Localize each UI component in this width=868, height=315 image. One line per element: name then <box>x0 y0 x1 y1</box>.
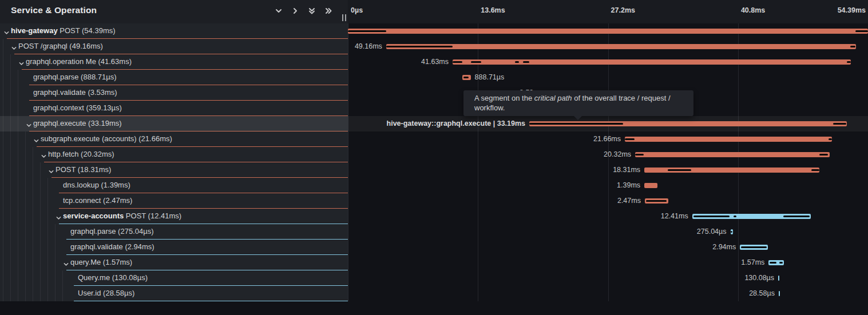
span-duration-label: 41.63ms <box>421 57 449 67</box>
gridline <box>348 0 348 301</box>
critical-path-segment[interactable] <box>829 138 832 140</box>
critical-path-segment[interactable] <box>471 61 481 63</box>
chevron-down-icon <box>275 7 283 17</box>
span-bar-query-me-field[interactable] <box>778 276 779 281</box>
ruler-tick: 40.8ms <box>741 6 765 14</box>
ruler-tick: 0µs <box>351 6 363 14</box>
collapse-one-button[interactable] <box>272 5 285 18</box>
span-duration-label: 49.16ms <box>355 41 382 52</box>
span-bar-subgraph-execute-accounts[interactable] <box>625 137 832 142</box>
span-bar-post-graphql[interactable] <box>386 44 857 49</box>
critical-path-segment[interactable] <box>348 30 386 32</box>
critical-path-segment[interactable] <box>386 46 453 47</box>
critical-path-segment[interactable] <box>693 216 730 217</box>
panel-resize-handle[interactable] <box>341 14 347 21</box>
trace-timeline-view: hive-gateway POST (54.39ms)POST /graphql… <box>0 0 868 315</box>
critical-path-segment[interactable] <box>635 154 644 155</box>
timeline-panel: 49.16ms41.63ms888.71µs3.53ms359.13µshive… <box>0 23 868 301</box>
critical-path-segment[interactable] <box>855 30 868 32</box>
span-bar-user-id[interactable] <box>779 291 780 296</box>
ruler-tick: 13.6ms <box>481 6 505 14</box>
span-duration-label: 888.71µs <box>475 72 505 83</box>
collapse-all-button[interactable] <box>306 5 318 18</box>
critical-path-segment[interactable] <box>783 216 810 217</box>
critical-path-segment[interactable] <box>734 216 737 217</box>
critical-path-segment[interactable] <box>850 46 855 47</box>
span-duration-label: 2.94ms <box>712 242 736 253</box>
critical-path-segment[interactable] <box>668 169 691 171</box>
double-chevron-right-icon <box>324 7 332 17</box>
span-bar-http-fetch[interactable] <box>635 152 830 157</box>
critical-path-segment[interactable] <box>515 61 518 63</box>
span-duration-label: 28.58µs <box>749 288 775 299</box>
critical-path-tooltip: A segment on the critical path of the ov… <box>463 90 693 116</box>
span-duration-label: 1.57ms <box>741 257 764 268</box>
tooltip-text: A segment on the critical path of the ov… <box>474 94 671 112</box>
timeline-header: Service & Operation 0µs13.6ms27.2ms40.8m… <box>0 0 868 23</box>
critical-path-segment[interactable] <box>770 262 776 264</box>
tooltip-caret <box>573 115 582 120</box>
ruler-tick: 54.39ms <box>838 6 866 14</box>
span-duration-label: 18.31ms <box>613 165 640 176</box>
span-duration-label: 2.47ms <box>617 196 641 206</box>
expand-all-button[interactable] <box>322 5 335 18</box>
span-duration-label: 130.08µs <box>744 273 774 284</box>
ruler-tick: 27.2ms <box>611 6 635 14</box>
span-duration-label: 20.32ms <box>604 149 631 160</box>
critical-path-segment[interactable] <box>646 200 667 202</box>
critical-path-segment[interactable] <box>453 61 462 63</box>
span-duration-label: 275.04µs <box>697 226 727 237</box>
bottom-strip <box>0 301 868 315</box>
double-chevron-down-icon <box>308 7 316 17</box>
critical-path-segment[interactable] <box>779 262 783 264</box>
critical-path-segment[interactable] <box>529 123 623 125</box>
critical-path-segment[interactable] <box>847 61 850 63</box>
critical-path-segment[interactable] <box>731 231 732 233</box>
critical-path-segment[interactable] <box>741 246 767 248</box>
tree-toolbar <box>272 5 335 19</box>
span-bar-graphql-operation-me[interactable] <box>453 59 851 65</box>
span-bar-dns-lookup[interactable] <box>644 183 657 188</box>
critical-path-segment[interactable] <box>463 77 469 78</box>
span-duration-label: 21.66ms <box>593 134 621 145</box>
critical-path-segment[interactable] <box>819 154 828 155</box>
chevron-right-icon <box>291 7 299 17</box>
critical-path-segment[interactable] <box>625 138 635 140</box>
span-bar-hive-gateway-post[interactable] <box>348 29 868 34</box>
span-duration-label: 12.41ms <box>661 211 688 222</box>
critical-path-segment[interactable] <box>833 123 846 125</box>
tree-header: Service & Operation <box>0 0 348 23</box>
span-duration-label: 1.39ms <box>617 180 640 191</box>
expand-one-button[interactable] <box>289 5 302 18</box>
span-duration-label: hive-gateway::graphql.execute | 33.19ms <box>387 118 525 129</box>
critical-path-segment[interactable] <box>811 169 819 171</box>
page-title: Service & Operation <box>11 5 97 15</box>
critical-path-segment[interactable] <box>523 61 529 63</box>
